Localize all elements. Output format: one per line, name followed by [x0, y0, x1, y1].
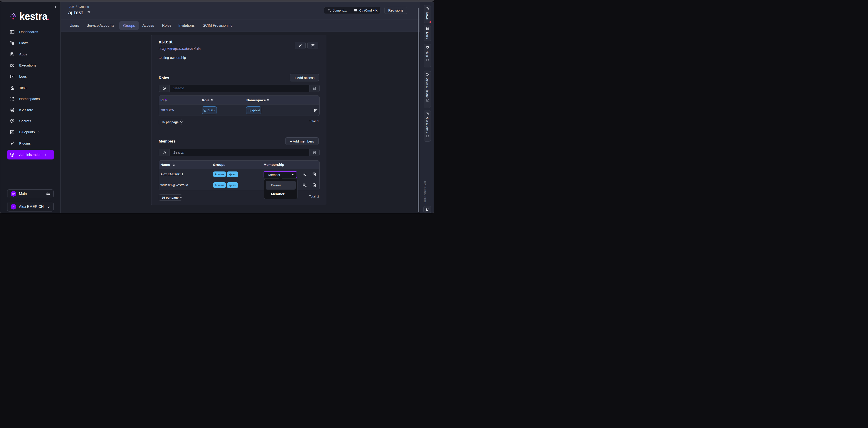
svg-text:kestra: kestra	[20, 11, 48, 22]
